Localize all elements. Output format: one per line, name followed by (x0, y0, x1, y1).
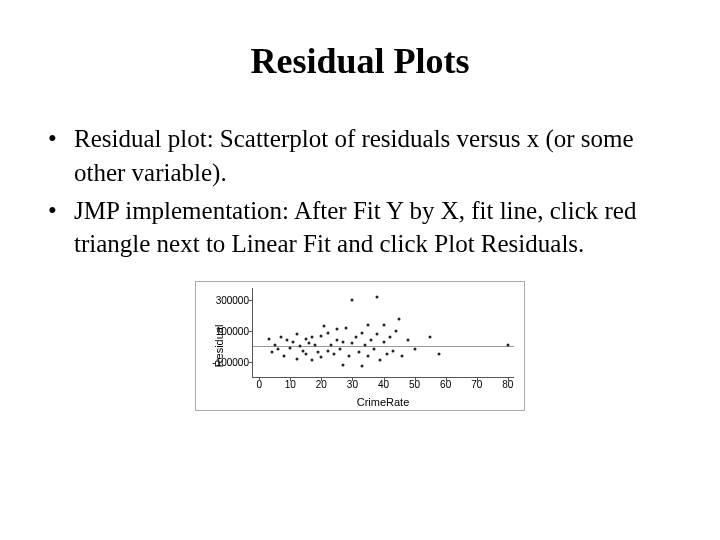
data-point (298, 345, 301, 348)
data-point (267, 337, 270, 340)
x-tick-mark (477, 377, 478, 381)
x-tick-mark (321, 377, 322, 381)
y-tick-label: -100000 (212, 356, 253, 367)
data-point (360, 365, 363, 368)
data-point (401, 354, 404, 357)
data-point (332, 352, 335, 355)
data-point (342, 340, 345, 343)
data-point (335, 339, 338, 342)
x-tick-mark (446, 377, 447, 381)
data-point (388, 336, 391, 339)
data-point (398, 317, 401, 320)
data-point (320, 356, 323, 359)
data-point (376, 296, 379, 299)
data-point (379, 359, 382, 362)
data-point (323, 325, 326, 328)
bullet-item: Residual plot: Scatterplot of residuals … (48, 122, 680, 190)
data-point (351, 299, 354, 302)
data-point (339, 348, 342, 351)
data-point (270, 351, 273, 354)
x-tick-mark (508, 377, 509, 381)
data-point (351, 342, 354, 345)
data-point (363, 343, 366, 346)
data-point (279, 336, 282, 339)
data-point (317, 351, 320, 354)
data-point (307, 342, 310, 345)
x-tick-mark (352, 377, 353, 381)
x-tick-mark (384, 377, 385, 381)
y-tick-mark (249, 362, 253, 363)
data-point (376, 333, 379, 336)
data-point (407, 339, 410, 342)
data-point (345, 326, 348, 329)
data-point (506, 343, 509, 346)
x-tick-mark (290, 377, 291, 381)
bullet-item: JMP implementation: After Fit Y by X, fi… (48, 194, 680, 262)
zero-reference-line (253, 346, 514, 347)
data-point (295, 357, 298, 360)
data-point (394, 329, 397, 332)
data-point (354, 336, 357, 339)
y-tick-label: 100000 (216, 325, 253, 336)
data-point (304, 337, 307, 340)
data-point (357, 351, 360, 354)
data-point (360, 331, 363, 334)
data-point (413, 348, 416, 351)
residual-scatter-chart: Residual -100000100000300000010203040506… (195, 281, 525, 411)
data-point (314, 343, 317, 346)
y-tick-mark (249, 331, 253, 332)
data-point (311, 359, 314, 362)
data-point (429, 336, 432, 339)
chart-container: Residual -100000100000300000010203040506… (40, 281, 680, 411)
bullet-list: Residual plot: Scatterplot of residuals … (40, 122, 680, 261)
data-point (326, 349, 329, 352)
x-tick-mark (259, 377, 260, 381)
data-point (385, 352, 388, 355)
data-point (373, 348, 376, 351)
y-tick-label: 300000 (216, 295, 253, 306)
data-point (391, 349, 394, 352)
data-point (366, 354, 369, 357)
page-title: Residual Plots (40, 40, 680, 82)
data-point (283, 354, 286, 357)
data-point (342, 363, 345, 366)
data-point (366, 323, 369, 326)
y-tick-mark (249, 300, 253, 301)
data-point (311, 336, 314, 339)
data-point (295, 333, 298, 336)
data-point (348, 354, 351, 357)
data-point (276, 348, 279, 351)
data-point (382, 323, 385, 326)
data-point (273, 343, 276, 346)
data-point (329, 343, 332, 346)
data-point (304, 352, 307, 355)
data-point (326, 331, 329, 334)
data-point (320, 334, 323, 337)
data-point (438, 352, 441, 355)
plot-area: -10000010000030000001020304050607080 (252, 288, 514, 378)
data-point (335, 328, 338, 331)
data-point (382, 340, 385, 343)
data-point (370, 339, 373, 342)
x-tick-mark (415, 377, 416, 381)
data-point (286, 339, 289, 342)
x-axis-label: CrimeRate (252, 396, 514, 408)
data-point (289, 346, 292, 349)
data-point (292, 340, 295, 343)
